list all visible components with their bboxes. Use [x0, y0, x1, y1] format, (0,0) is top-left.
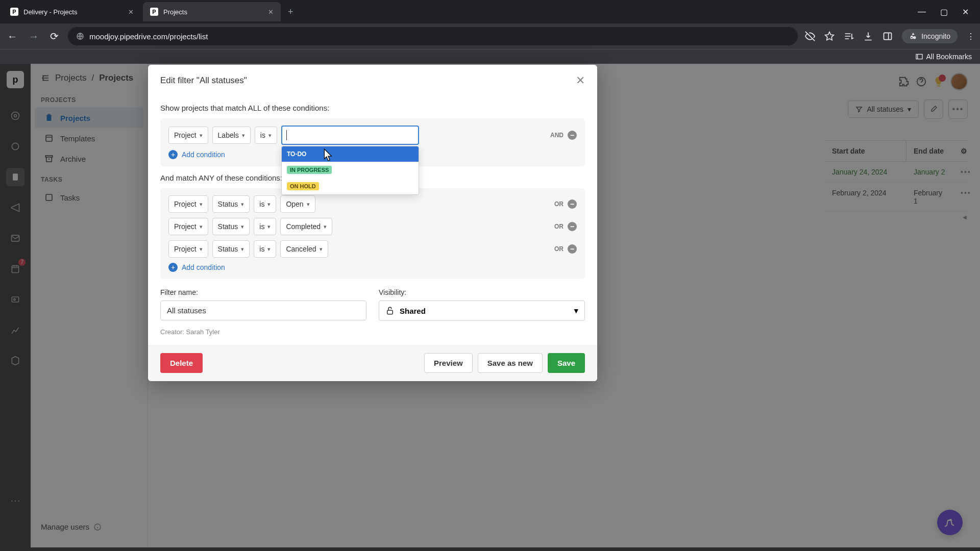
value-select[interactable]: Canceled▾ — [280, 240, 328, 258]
dropdown-option[interactable]: ON HOLD — [282, 178, 419, 194]
save-button[interactable]: Save — [548, 353, 585, 373]
url-text: moodjoy.pipedrive.com/projects/list — [89, 32, 208, 41]
preview-button[interactable]: Preview — [424, 353, 473, 373]
download-icon[interactable] — [863, 31, 873, 41]
operator-select[interactable]: is▾ — [255, 127, 277, 144]
all-conditions-label: Show projects that match ALL of these co… — [160, 104, 585, 112]
close-icon[interactable]: ✕ — [576, 74, 585, 87]
url-input[interactable]: moodjoy.pipedrive.com/projects/list — [68, 27, 798, 45]
value-select[interactable]: Completed▾ — [280, 218, 332, 235]
remove-condition-icon[interactable]: − — [568, 222, 577, 231]
or-label: OR — [554, 201, 564, 208]
all-bookmarks-button[interactable]: All Bookmarks — [915, 53, 972, 61]
all-conditions-group: Project▾ Labels▾ is▾ TO-DO IN PROGRESS O… — [160, 118, 585, 166]
attribute-select[interactable]: Status▾ — [212, 195, 250, 213]
condition-row: Project▾ Status▾ is▾ Completed▾ OR− — [168, 218, 577, 235]
playlist-icon[interactable] — [844, 31, 854, 41]
modal-footer: Delete Preview Save as new Save — [148, 345, 597, 381]
or-label: OR — [554, 245, 564, 253]
minimize-icon[interactable]: — — [918, 7, 926, 17]
new-tab-button[interactable]: + — [283, 7, 299, 17]
browser-tab[interactable]: P Projects ✕ — [143, 2, 281, 21]
attribute-select[interactable]: Status▾ — [212, 240, 250, 258]
field-select[interactable]: Project▾ — [168, 195, 208, 213]
filter-name-label: Filter name: — [160, 288, 366, 296]
maximize-icon[interactable]: ▢ — [940, 7, 948, 17]
svg-marker-1 — [825, 32, 834, 40]
and-label: AND — [550, 132, 564, 139]
creator-label: Creator: Sarah Tyler — [160, 328, 585, 336]
tab-bar: P Delivery - Projects ✕ P Projects ✕ + —… — [0, 0, 980, 23]
menu-icon[interactable]: ⋮ — [967, 32, 975, 41]
browser-chrome: P Delivery - Projects ✕ P Projects ✕ + —… — [0, 0, 980, 64]
value-select[interactable]: Open▾ — [280, 195, 315, 213]
close-window-icon[interactable]: ✕ — [962, 7, 969, 17]
site-info-icon[interactable] — [76, 32, 84, 40]
svg-rect-20 — [387, 310, 393, 314]
browser-tab[interactable]: P Delivery - Projects ✕ — [3, 2, 141, 21]
modal-backdrop[interactable]: Edit filter "All statuses" ✕ Show projec… — [0, 64, 980, 547]
operator-select[interactable]: is▾ — [254, 218, 276, 235]
add-condition-button[interactable]: +Add condition — [168, 263, 577, 272]
visibility-select[interactable]: Shared ▾ — [379, 300, 585, 321]
condition-row: Project▾ Labels▾ is▾ TO-DO IN PROGRESS O… — [168, 126, 577, 145]
operator-select[interactable]: is▾ — [254, 240, 276, 258]
dropdown-option[interactable]: IN PROGRESS — [282, 162, 419, 178]
modal-title: Edit filter "All statuses" — [160, 76, 247, 86]
incognito-label: Incognito — [921, 32, 950, 40]
filter-name-input[interactable] — [160, 300, 366, 320]
visibility-label: Visibility: — [379, 288, 585, 296]
sidepanel-icon[interactable] — [883, 31, 893, 41]
tab-title: Delivery - Projects — [23, 8, 77, 16]
svg-rect-2 — [884, 33, 892, 39]
label-dropdown: TO-DO IN PROGRESS ON HOLD — [281, 146, 419, 195]
field-select[interactable]: Project▾ — [168, 127, 208, 144]
svg-point-3 — [911, 37, 913, 39]
any-conditions-group: Project▾ Status▾ is▾ Open▾ OR− Project▾ … — [160, 188, 585, 279]
reload-icon[interactable]: ⟳ — [48, 28, 61, 44]
bookmarks-bar: All Bookmarks — [0, 49, 980, 64]
remove-condition-icon[interactable]: − — [568, 244, 577, 254]
dropdown-option[interactable]: TO-DO — [282, 146, 419, 162]
or-label: OR — [554, 223, 564, 230]
field-select[interactable]: Project▾ — [168, 240, 208, 258]
value-input[interactable] — [281, 126, 419, 145]
attribute-select[interactable]: Status▾ — [212, 218, 250, 235]
back-icon[interactable]: ← — [5, 29, 19, 44]
favicon: P — [150, 8, 158, 16]
star-icon[interactable] — [824, 31, 835, 41]
window-controls: — ▢ ✕ — [918, 7, 977, 17]
close-icon[interactable]: ✕ — [268, 8, 274, 16]
app: p 7 ⋯ Projects / Projects PROJECTS Proje… — [0, 64, 980, 547]
field-select[interactable]: Project▾ — [168, 218, 208, 235]
operator-select[interactable]: is▾ — [254, 195, 276, 213]
delete-button[interactable]: Delete — [160, 353, 203, 373]
chevron-down-icon: ▾ — [574, 306, 578, 315]
attribute-select[interactable]: Labels▾ — [212, 127, 251, 144]
close-icon[interactable]: ✕ — [128, 8, 134, 16]
condition-row: Project▾ Status▾ is▾ Open▾ OR− — [168, 195, 577, 213]
forward-icon[interactable]: → — [27, 29, 41, 44]
condition-row: Project▾ Status▾ is▾ Canceled▾ OR− — [168, 240, 577, 258]
remove-condition-icon[interactable]: − — [568, 199, 577, 209]
tab-title: Projects — [163, 8, 187, 16]
incognito-badge[interactable]: Incognito — [902, 29, 958, 43]
unlock-icon — [385, 306, 395, 315]
save-as-new-button[interactable]: Save as new — [478, 353, 543, 373]
remove-condition-icon[interactable]: − — [568, 131, 577, 140]
address-bar: ← → ⟳ moodjoy.pipedrive.com/projects/lis… — [0, 23, 980, 49]
favicon: P — [10, 8, 18, 16]
modal-header: Edit filter "All statuses" ✕ — [148, 65, 597, 96]
edit-filter-modal: Edit filter "All statuses" ✕ Show projec… — [148, 65, 597, 381]
toolbar-icons: Incognito ⋮ — [805, 29, 975, 43]
eye-off-icon[interactable] — [805, 31, 815, 41]
